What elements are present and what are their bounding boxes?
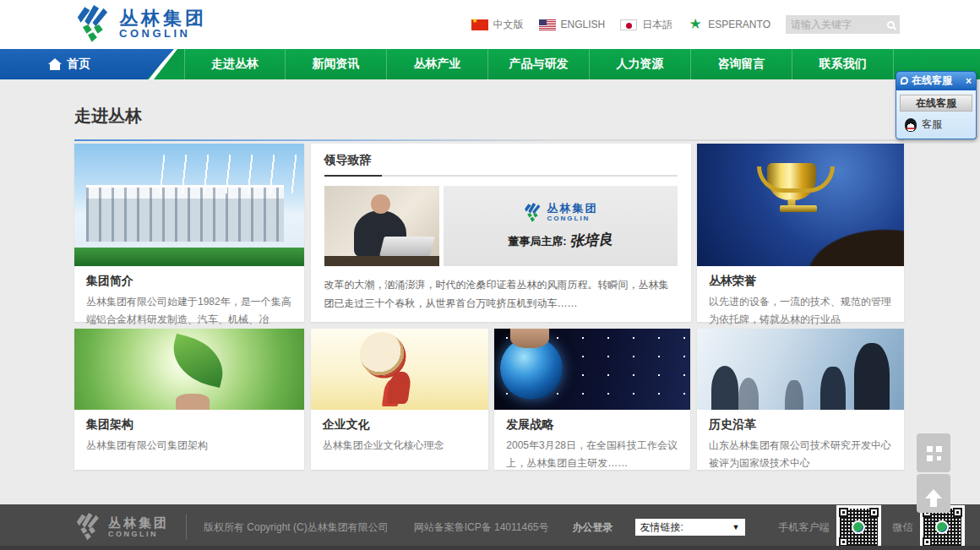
qr-code-button[interactable] [917,433,950,472]
mobile-app-label: 手机客户端 [779,520,830,535]
esperanto-star-icon: ★ [688,18,703,31]
site-logo[interactable]: 丛林集团 CONGLIN [74,5,207,44]
search-box [786,15,900,34]
icp-record-text[interactable]: 网站备案鲁ICP备 14011465号 [414,520,549,535]
drummer-photo [311,329,488,410]
us-flag-icon [539,19,556,30]
service-agent-label: 客服 [922,117,942,132]
qr-icon [927,446,933,452]
leaf-photo [74,329,304,410]
chairman-signature: 张培良 [569,229,612,251]
leader-title-divider [324,175,678,177]
nav-item-home[interactable]: 首页 [0,49,174,79]
service-section-title: 在线客服 [900,95,972,112]
nav-item-contact[interactable]: 联系我们 [792,49,894,79]
panel-logo-cn: 丛林集团 [547,203,598,215]
page-title: 走进丛林 [74,79,904,128]
back-to-top-button[interactable] [917,474,950,513]
earth-photo [494,329,690,410]
logo-text-cn: 丛林集团 [119,9,207,28]
card-title: 发展战略 [506,417,678,433]
card-title: 领导致辞 [324,153,678,168]
lang-label: ENGLISH [561,19,606,30]
nav-item-products[interactable]: 产品与研发 [488,49,590,79]
service-widget-title: 在线客服 [912,74,952,88]
online-service-widget: 在线客服 × 在线客服 客服 [896,71,977,139]
jp-flag-icon [620,19,637,30]
lang-label: 日本語 [642,18,672,32]
search-input[interactable] [791,19,887,30]
card-title: 集团架构 [86,417,292,433]
nav-home-label: 首页 [67,57,90,72]
search-icon[interactable] [887,21,895,29]
nav-item-news[interactable]: 新闻资讯 [286,49,387,79]
main-content: 走进丛林 集团简介 丛林集团有限公司始建于1982年，是一个集高端铝合金材料研发… [74,79,904,470]
office-login-link[interactable]: 办公登录 [573,520,613,535]
footer-logo: 丛林集团 CONGLIN [74,513,169,542]
title-divider [74,139,904,141]
home-icon [50,64,60,70]
card-culture[interactable]: 企业文化 丛林集团企业文化核心理念 [311,329,488,470]
card-strategy[interactable]: 发展战略 2005年3月28日，在全国科技工作会议上，丛林集团自主研发…… [494,329,690,470]
chairman-photo [324,186,439,266]
cn-flag-icon [471,19,488,30]
card-desc: 2005年3月28日，在全国科技工作会议上，丛林集团自主研发…… [506,437,678,472]
card-honor[interactable]: 丛林荣誉 以先进的设备，一流的技术、规范的管理为依托牌，铸就丛林的行业品 [697,144,904,322]
card-desc: 改革的大潮，汹涌澎湃，时代的沧桑印证着丛林的风雨历程。转瞬间，丛林集团已走过三十… [324,275,678,313]
conglin-logo-icon [74,5,113,44]
conglin-logo-icon-gray [74,513,103,542]
trophy-photo [697,144,904,266]
close-icon[interactable]: × [966,76,972,86]
copyright-text: 版权所有 Copyright (C)丛林集团有限公司 [204,520,389,535]
panel-logo-en: CONGLIN [547,215,598,222]
site-header: 丛林集团 CONGLIN 中文版 ENGLISH 日本語 ★ ESPERANTO [0,0,980,49]
building-photo [74,144,304,266]
nav-item-about[interactable]: 走进丛林 [184,49,286,79]
chevron-down-icon: ▼ [732,523,740,531]
service-agent-link[interactable]: 客服 [900,112,972,132]
nav-item-feedback[interactable]: 咨询留言 [691,49,792,79]
card-title: 丛林荣誉 [709,274,892,289]
footer-logo-en: CONGLIN [108,530,169,538]
chat-bubble-icon [901,77,908,84]
card-history[interactable]: 历史沿革 山东丛林集团有限公司技术研究开发中心被评为国家级技术中心 [697,329,904,470]
site-footer: 丛林集团 CONGLIN 版权所有 Copyright (C)丛林集团有限公司 … [0,504,980,550]
mobile-app-qr-code [836,505,881,549]
friend-links-select[interactable]: 友情链接: ▼ [635,519,745,536]
logo-text-en: CONGLIN [119,28,207,40]
card-structure[interactable]: 集团架构 丛林集团有限公司集团架构 [74,329,304,470]
friend-links-label: 友情链接: [640,520,683,535]
lang-label: 中文版 [493,18,524,32]
card-group-intro[interactable]: 集团简介 丛林集团有限公司始建于1982年，是一个集高端铝合金材料研发制造、汽车… [74,144,304,322]
main-nav: 首页 走进丛林 新闻资讯 丛林产业 产品与研发 人力资源 咨询留言 联系我们 [0,49,980,79]
footer-divider [186,515,187,540]
lang-english[interactable]: ENGLISH [539,19,606,30]
card-title: 历史沿革 [709,417,892,433]
nav-item-hr[interactable]: 人力资源 [590,49,691,79]
card-desc: 以先进的设备，一流的技术、规范的管理为依托牌，铸就丛林的行业品 [709,293,892,329]
lang-japanese[interactable]: 日本語 [620,18,672,32]
chairman-signature-panel: 丛林集团 CONGLIN 董事局主席: 张培良 [444,186,678,266]
card-desc: 丛林集团企业文化核心理念 [323,437,476,455]
conglin-logo-icon [523,203,543,223]
lang-esperanto[interactable]: ★ ESPERANTO [688,18,770,31]
nav-item-industry[interactable]: 丛林产业 [387,49,488,79]
card-title: 企业文化 [323,417,476,433]
qq-icon [905,118,917,132]
wechat-label: 微信 [893,520,913,535]
arrow-up-icon [925,481,942,498]
card-desc: 山东丛林集团有限公司技术研究开发中心被评为国家级技术中心 [709,437,892,472]
footer-logo-cn: 丛林集团 [108,516,169,530]
lang-chinese[interactable]: 中文版 [471,18,524,32]
service-widget-header[interactable]: 在线客服 × [896,71,977,90]
lang-label: ESPERANTO [708,19,770,30]
card-leader-speech[interactable]: 领导致辞 [311,144,691,322]
chairman-label: 董事局主席: [508,234,566,249]
chess-photo [697,329,904,410]
card-title: 集团简介 [86,274,292,289]
card-desc: 丛林集团有限公司集团架构 [86,437,292,455]
